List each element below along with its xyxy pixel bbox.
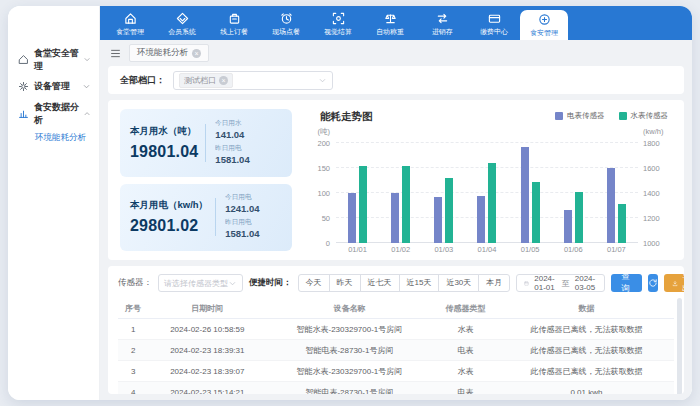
bar-electric[interactable] [521, 147, 529, 243]
stall-tag-close-icon[interactable]: × [219, 76, 228, 85]
stall-tag-label: 测试档口 [184, 75, 216, 86]
bar-electric[interactable] [434, 197, 442, 243]
plot-area: 01/0101/0201/0301/0401/0501/0601/07 [336, 127, 638, 251]
app-window: 食堂安全管理设备管理食安数据分析环境能耗分析 食堂管理会员系统线上订餐现场点餐视… [8, 6, 692, 400]
bar-water[interactable] [618, 204, 626, 243]
bar-electric[interactable] [477, 196, 485, 244]
gear-icon [18, 81, 29, 92]
stat-main: 本月用水（吨） 19801.04 [130, 125, 198, 161]
x-tick-label: 01/03 [422, 245, 465, 254]
data-table-card: 传感器： 请选择传感器类型 便捷时间： 今天昨天近七天近15天近30天本月 20… [108, 266, 684, 394]
x-tick-label: 01/04 [465, 245, 508, 254]
column-header: 日期时间 [148, 299, 266, 319]
stat-main: 本月用电（kw/h） 29801.02 [130, 199, 208, 235]
nav-item-payment-center[interactable]: 缴费中心 [468, 6, 520, 40]
chevron-down-icon [228, 279, 237, 288]
bar-group-01/01 [336, 143, 379, 243]
right-tick: 1000 [643, 239, 660, 248]
table-scrollbar[interactable] [677, 298, 682, 394]
sidebar-subitem-environment-energy[interactable]: 环境能耗分析 [8, 127, 99, 149]
x-tick-label: 01/01 [336, 245, 379, 254]
bar-electric[interactable] [607, 168, 615, 244]
bar-water[interactable] [488, 163, 496, 243]
bar-water[interactable] [575, 192, 583, 243]
home-icon [18, 54, 29, 65]
export-button[interactable]: 导出 [664, 274, 684, 292]
quick-time-button-近30天[interactable]: 近30天 [438, 274, 479, 292]
table-row[interactable]: 22024-02-23 18:39:31智能电表-28730-1号房间电表此传感… [118, 340, 674, 361]
tab-environment-energy[interactable]: 环境能耗分析 × [129, 44, 209, 62]
collapse-menu-icon[interactable] [110, 48, 121, 59]
nav-item-visual-checkout[interactable]: 视觉结算 [312, 6, 364, 40]
quick-time-button-昨天[interactable]: 昨天 [329, 274, 361, 292]
nav-item-onsite-order[interactable]: 现场点餐 [260, 6, 312, 40]
quick-time-button-group: 今天昨天近七天近15天近30天本月 [298, 274, 511, 292]
tab-label: 环境能耗分析 [137, 47, 188, 59]
column-header: 序号 [118, 299, 148, 319]
nav-item-member[interactable]: 会员系统 [156, 6, 208, 40]
refresh-button[interactable] [648, 274, 658, 292]
sidebar-item-1[interactable]: 食堂安全管理 [8, 46, 99, 73]
column-header: 数据 [499, 299, 674, 319]
x-tick-label: 01/06 [552, 245, 595, 254]
stall-select[interactable]: 测试档口 × [173, 71, 333, 90]
nav-item-auto-weigh[interactable]: 自动称重 [364, 6, 416, 40]
bar-groups [336, 143, 638, 243]
stat-title: 本月用电（kw/h） [130, 199, 208, 212]
energy-trend-chart: 能耗走势图 电表传感器水表传感器 (吨) 050100150200 01/010… [306, 109, 672, 251]
sensor-data-table: 序号日期时间设备名称传感器类型数据 12024-02-26 10:58:59智能… [118, 299, 674, 394]
table-cell: 0.01 kwh [499, 382, 674, 395]
food-safety-icon [538, 13, 551, 26]
legend-water-meter[interactable]: 水表传感器 [619, 111, 669, 121]
quick-time-button-近15天[interactable]: 近15天 [399, 274, 440, 292]
dashboard-card: 本月用水（吨） 19801.04 今日用水 141.04 昨日用电 1581.0… [108, 100, 684, 260]
sub-value: 141.04 [215, 129, 249, 140]
legend-label: 水表传感器 [631, 111, 669, 121]
sensor-select[interactable]: 请选择传感器类型 [158, 274, 243, 292]
bar-water[interactable] [359, 166, 367, 244]
right-axis: (kw/h) 10001200140016001800 [638, 127, 672, 251]
query-button[interactable]: 查询 [611, 274, 642, 292]
stall-filter-label: 全部档口： [120, 74, 165, 87]
sidebar-item-3[interactable]: 食安数据分析 [8, 100, 99, 127]
date-range-picker[interactable]: 2024-01-01 至 2024-03-05 [516, 274, 605, 292]
auto-weigh-icon [384, 12, 397, 25]
tab-close-icon[interactable]: × [192, 49, 201, 58]
bar-water[interactable] [402, 166, 410, 244]
quick-time-button-近七天[interactable]: 近七天 [360, 274, 400, 292]
stall-tag: 测试档口 × [179, 73, 233, 88]
bar-water[interactable] [532, 182, 540, 243]
nav-item-food-safety[interactable]: 食安管理 [520, 10, 568, 40]
legend-label: 电表传感器 [567, 111, 605, 121]
table-row[interactable]: 12024-02-26 10:58:59智能水表-230329700-1号房间水… [118, 319, 674, 340]
onsite-order-icon [280, 12, 293, 25]
table-cell: 2024-02-23 18:39:07 [148, 361, 266, 382]
bar-electric[interactable] [564, 210, 572, 243]
right-axis-unit: (kw/h) [643, 127, 663, 136]
nav-item-canteen[interactable]: 食堂管理 [104, 6, 156, 40]
bar-electric[interactable] [348, 193, 356, 243]
sidebar-item-2[interactable]: 设备管理 [8, 73, 99, 100]
stat-title: 本月用水（吨） [130, 125, 198, 138]
bar-water[interactable] [445, 178, 453, 244]
nav-item-online-order[interactable]: 线上订餐 [208, 6, 260, 40]
monthly-electricity-card: 本月用电（kw/h） 29801.02 今日用电 1241.04 昨日用电 15… [120, 184, 292, 252]
table-row[interactable]: 42024-02-23 15:14:21智能电表-28730-1号房间电表0.0… [118, 382, 674, 395]
table-row[interactable]: 32024-02-23 18:39:07智能水表-230329700-1号房间水… [118, 361, 674, 382]
left-tick: 150 [317, 164, 330, 173]
x-tick-label: 01/02 [379, 245, 422, 254]
bar-electric[interactable] [391, 193, 399, 243]
legend-electric-meter[interactable]: 电表传感器 [555, 111, 605, 121]
nav-item-label: 缴费中心 [480, 27, 508, 36]
table-cell: 此传感器已离线，无法获取数据 [499, 340, 674, 361]
table-cell: 4 [118, 382, 148, 395]
sub-label: 昨日用电 [215, 143, 248, 153]
nav-item-label: 食安管理 [530, 28, 558, 37]
date-start[interactable]: 2024-01-01 [534, 274, 557, 292]
nav-item-inventory[interactable]: 进销存 [416, 6, 468, 40]
date-end[interactable]: 2024-03-05 [575, 274, 598, 292]
quick-time-button-本月[interactable]: 本月 [478, 274, 510, 292]
divider [215, 198, 216, 236]
sub-value: 1581.04 [215, 154, 249, 165]
quick-time-button-今天[interactable]: 今天 [298, 274, 330, 292]
